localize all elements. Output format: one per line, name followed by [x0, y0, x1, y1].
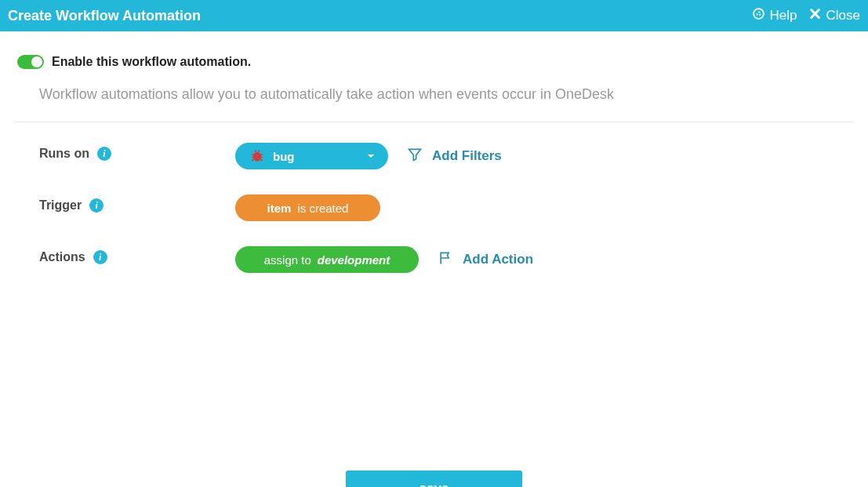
dialog-body: Enable this workflow automation. Workflo…	[0, 31, 868, 487]
titlebar-actions: Help Close	[752, 7, 860, 24]
enable-row: Enable this workflow automation.	[14, 55, 854, 69]
add-filters-button[interactable]: Add Filters	[407, 147, 502, 166]
runs-on-label: Runs on	[39, 147, 89, 161]
trigger-item: item	[267, 202, 292, 215]
runs-on-row: Runs on i bug Add Filters	[39, 143, 854, 169]
titlebar: Create Workflow Automation Help Close	[0, 0, 868, 31]
help-button[interactable]: Help	[752, 7, 797, 24]
trigger-value: item is created	[235, 194, 380, 221]
info-icon[interactable]: i	[89, 198, 104, 213]
config-section: Runs on i bug Add Filters	[14, 122, 854, 273]
close-label: Close	[826, 8, 860, 24]
svg-point-2	[254, 153, 260, 161]
action-target: development	[318, 253, 390, 267]
runs-on-label-group: Runs on i	[39, 143, 235, 161]
trigger-label-group: Trigger i	[39, 194, 235, 213]
filter-icon	[407, 147, 423, 166]
add-action-button[interactable]: Add Action	[438, 250, 533, 270]
runs-on-value-text: bug	[273, 150, 295, 163]
trigger-event: is created	[297, 202, 348, 215]
svg-point-0	[754, 9, 764, 19]
close-icon	[808, 7, 822, 24]
enable-toggle[interactable]	[17, 55, 44, 69]
trigger-label: Trigger	[39, 198, 82, 213]
flag-icon	[438, 250, 453, 270]
action-pill[interactable]: assign to development	[235, 246, 419, 273]
trigger-pill[interactable]: item is created	[235, 194, 380, 221]
bug-icon	[249, 148, 265, 164]
add-action-label: Add Action	[463, 252, 533, 267]
title: Create Workflow Automation	[8, 8, 201, 24]
actions-label-group: Actions i	[39, 246, 235, 264]
enable-label: Enable this workflow automation.	[52, 55, 251, 69]
chevron-down-icon	[366, 150, 376, 163]
description-text: Workflow automations allow you to automa…	[14, 86, 854, 122]
svg-point-1	[757, 12, 760, 15]
info-icon[interactable]: i	[93, 250, 107, 264]
save-button[interactable]: save	[346, 471, 522, 487]
info-icon[interactable]: i	[97, 147, 111, 161]
actions-row: Actions i assign to development Add Acti…	[39, 246, 854, 273]
actions-value: assign to development Add Action	[235, 246, 533, 273]
help-icon	[752, 7, 765, 24]
help-label: Help	[770, 8, 797, 24]
runs-on-value: bug Add Filters	[235, 143, 502, 169]
add-filters-label: Add Filters	[432, 148, 502, 164]
actions-label: Actions	[39, 250, 85, 264]
footer: save	[14, 439, 854, 487]
runs-on-select[interactable]: bug	[235, 143, 388, 169]
close-button[interactable]: Close	[808, 7, 860, 24]
action-verb: assign to	[264, 253, 311, 267]
trigger-row: Trigger i item is created	[39, 194, 854, 221]
